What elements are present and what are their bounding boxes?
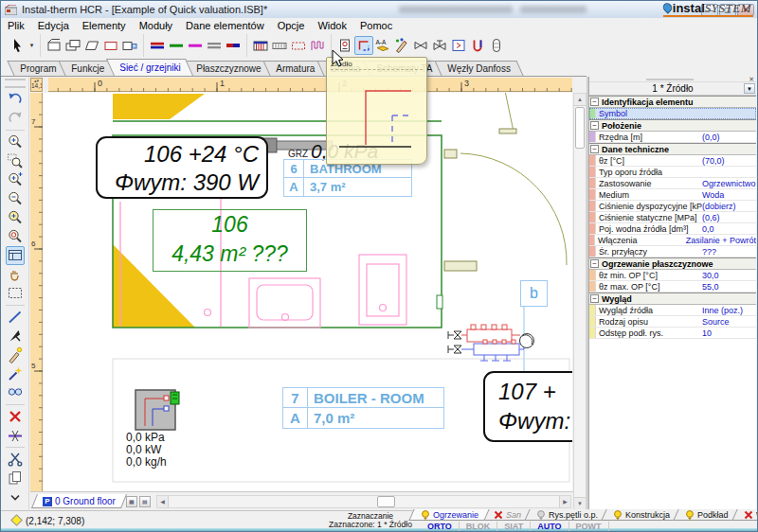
mode-blok[interactable]: BLOK	[460, 522, 498, 531]
property-value[interactable]: (70,0)	[702, 156, 756, 166]
pipe-double-gray-icon[interactable]	[205, 36, 224, 55]
find-aa-icon[interactable]: A-A	[373, 36, 392, 55]
magic-wand-icon[interactable]	[6, 364, 25, 383]
pen-light-icon[interactable]	[6, 346, 25, 364]
pipe-pair-icon[interactable]	[148, 36, 167, 55]
property-value[interactable]: (0,6)	[702, 213, 756, 222]
radiator-icon[interactable]	[251, 36, 270, 55]
tab-węzły-danfoss[interactable]: Węzły Danfoss	[434, 61, 523, 76]
tab-sieć-grzejniki[interactable]: Sieć / grzejniki	[106, 59, 193, 76]
panel-row[interactable]: Rzędna [m](0,0)	[589, 132, 756, 143]
valve-icon[interactable]	[411, 36, 430, 55]
source-symbol[interactable]	[135, 390, 179, 430]
floor-coil-icon[interactable]	[308, 36, 327, 55]
menu-plik[interactable]: Plik	[1, 19, 31, 32]
property-value[interactable]: Ogrzewnictwo	[702, 179, 756, 188]
property-value[interactable]: ???	[702, 247, 756, 257]
property-value[interactable]: 55,0	[702, 282, 756, 292]
scissors-icon[interactable]	[6, 450, 25, 469]
find-view-icon[interactable]	[6, 383, 25, 402]
pan-hand-icon[interactable]	[6, 265, 25, 284]
panel-row[interactable]: MediumWoda	[589, 189, 756, 201]
property-value[interactable]: 10	[702, 328, 756, 338]
mode-orto[interactable]: ORTO	[421, 522, 460, 531]
panel-row[interactable]: Wygląd źródłaInne (poz.)	[589, 305, 756, 316]
panel-row[interactable]: Ciśnienie statyczne [MPa](0,6)	[589, 212, 756, 223]
zoom-plus-icon[interactable]	[6, 170, 25, 189]
scroll-down-arrow[interactable]: ▼	[574, 497, 586, 509]
pipe-magenta-icon[interactable]	[186, 36, 205, 55]
select-arrow-icon[interactable]	[9, 36, 27, 55]
tab-płaszczyznowe[interactable]: Płaszczyznowe	[183, 61, 273, 76]
layer-tab-rys-pętli-o-p-[interactable]: Rys.pętli o.p.	[524, 509, 608, 521]
panel-section[interactable]: −Położenie	[589, 119, 756, 132]
door-arc[interactable]	[437, 93, 567, 309]
zoom-out-icon[interactable]	[6, 189, 25, 208]
property-value[interactable]: Zasilanie + Powrót	[686, 236, 756, 245]
room-106-area-label[interactable]: 106 4,43 m² ???	[153, 209, 307, 272]
radiator-outline-icon[interactable]	[289, 36, 308, 55]
zoom-in-icon[interactable]	[6, 133, 25, 151]
horizontal-scrollbar[interactable]: ◀ ▶	[156, 495, 571, 508]
scroll-left-arrow[interactable]: ◀	[157, 496, 169, 507]
valve-4way-icon[interactable]	[430, 36, 449, 55]
panel-row[interactable]: ZastosowanieOgrzewnictwo	[589, 178, 756, 189]
cut-plane-icon[interactable]	[6, 426, 25, 445]
pipe-redblue-icon[interactable]	[224, 36, 243, 55]
panel-row[interactable]: Poj. wodna źródła [dm³]0,0	[589, 223, 756, 235]
boiler-room-label[interactable]: 7BOILER - ROOMA7,0 m²	[282, 387, 444, 429]
mode-siat[interactable]: SIAT	[497, 522, 531, 531]
panel-row[interactable]: θz min. OP [°C]30,0	[589, 270, 756, 281]
panel-row[interactable]: Rodzaj opisuSource	[589, 316, 756, 328]
property-value[interactable]: Source	[702, 317, 756, 327]
cylinder-icon[interactable]	[487, 36, 506, 55]
panel-row[interactable]: Śr. przyłączy???	[589, 246, 756, 257]
junction-label[interactable]: b	[520, 280, 548, 307]
add-sheet-button[interactable]: ▦	[126, 496, 137, 507]
select-region-icon[interactable]	[6, 284, 25, 303]
property-value[interactable]: Inne (poz.)	[702, 306, 756, 315]
layer-tab-ogrzewanie[interactable]: Ogrzewanie	[408, 509, 489, 521]
copy-icon[interactable]	[6, 469, 25, 488]
zoom-window-icon[interactable]	[6, 151, 25, 170]
room-107-callout[interactable]: 107 + Φwym:	[483, 371, 572, 442]
panel-section[interactable]: −Ogrzewanie płaszczyznowe	[589, 257, 756, 270]
layer-tab-konstrukcja[interactable]: Konstrukcja	[601, 509, 680, 521]
toolbar-grip[interactable]	[5, 79, 26, 88]
pump-icon[interactable]	[468, 36, 487, 55]
collapse-icon[interactable]: −	[590, 145, 599, 153]
property-value[interactable]: (dobierz)	[702, 202, 756, 211]
panel-row[interactable]: θz max. OP [°C]55,0	[589, 281, 756, 293]
panel-row[interactable]: WłączeniaZasilanie + Powrót	[589, 235, 756, 246]
collapse-icon[interactable]: −	[590, 121, 599, 130]
scroll-up-arrow[interactable]: ▲	[574, 94, 586, 106]
menu-edycja[interactable]: Edycja	[31, 19, 76, 32]
sheet-tab-ground-floor[interactable]: P0 Ground floor	[31, 494, 127, 508]
manifold-symbol[interactable]	[448, 325, 534, 361]
draw-line-icon[interactable]	[6, 308, 25, 327]
menu-opcje[interactable]: Opcje	[271, 19, 312, 32]
panel-row[interactable]: Symbol	[589, 108, 756, 119]
delete-icon[interactable]	[6, 407, 25, 426]
sheet-list-button[interactable]: ▤	[139, 496, 151, 507]
room-walls-icon[interactable]	[45, 36, 63, 55]
collapse-icon[interactable]: −	[590, 294, 599, 303]
redo-icon[interactable]	[6, 109, 25, 128]
property-value[interactable]: 30,0	[702, 271, 756, 280]
drawing-canvas[interactable]: GRZ 0,0 kPa 106 +24 °C Φwym: 390 W 6BATH…	[43, 93, 572, 491]
radiator-gray-icon[interactable]	[270, 36, 289, 55]
zoom-fit-icon[interactable]	[6, 227, 25, 246]
zone-ref-icon[interactable]	[120, 36, 139, 55]
panel-section[interactable]: −Identyfikacja elementu	[589, 96, 756, 108]
bathroom-room-label[interactable]: 6BATHROOMA3,7 m²	[283, 159, 412, 197]
zoom-scale-box[interactable]: ▴▾14,1	[30, 78, 43, 92]
menu-dane-elementów[interactable]: Dane elementów	[179, 19, 271, 32]
layer-tab-wydruk[interactable]: Wydruk	[731, 509, 758, 521]
schematic-frame-icon[interactable]	[449, 36, 468, 55]
menu-pomoc[interactable]: Pomoc	[353, 19, 399, 32]
scroll-right-arrow[interactable]: ▶	[559, 496, 570, 507]
panel-row[interactable]: Typ oporu źródła	[589, 167, 756, 178]
pipe-green-icon[interactable]	[167, 36, 186, 55]
pen-colors-icon[interactable]	[392, 36, 411, 55]
collapse-icon[interactable]: −	[590, 98, 599, 106]
